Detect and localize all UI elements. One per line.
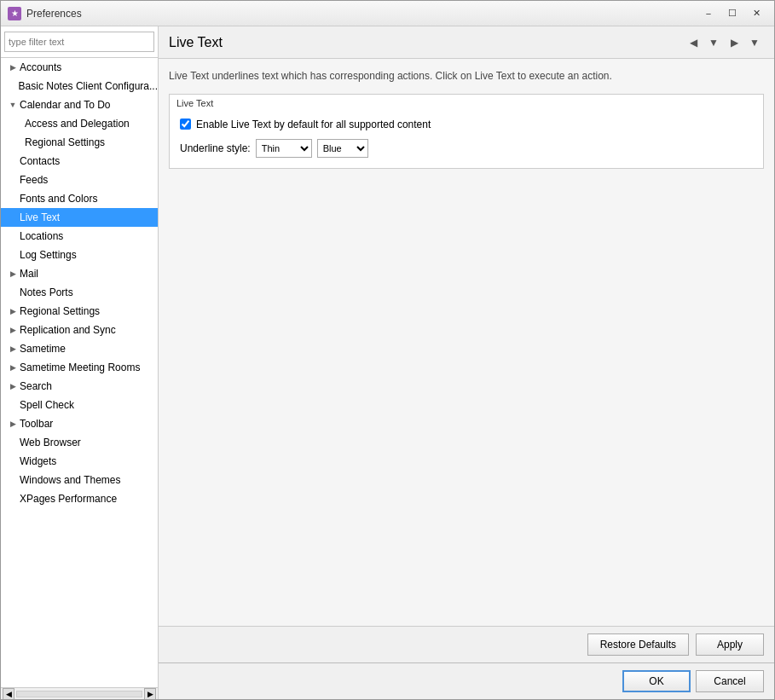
sidebar-item-web-label: Web Browser: [20, 437, 81, 448]
underline-style-row: Underline style: Thin Medium Thick Blue …: [180, 139, 753, 158]
forward-dropdown-btn[interactable]: ▼: [745, 33, 764, 52]
enable-checkbox-row: Enable Live Text by default for all supp…: [180, 119, 753, 130]
sidebar-item-toolbar[interactable]: ▶ Toolbar: [1, 414, 158, 433]
expand-icon-windows: [8, 475, 18, 485]
sidebar-item-live-text-label: Live Text: [20, 211, 60, 223]
preferences-window: ★ Preferences − ☐ ✕ ▶ Accounts: [0, 0, 775, 700]
sidebar: ▶ Accounts Basic Notes Client Configura.…: [1, 26, 159, 699]
expand-icon-web: [8, 437, 18, 448]
sidebar-item-access-delegation-label: Access and Delegation: [25, 118, 130, 130]
sidebar-item-feeds[interactable]: Feeds: [1, 171, 158, 189]
sidebar-item-xpages-label: XPages Performance: [20, 493, 117, 505]
sidebar-item-sametime[interactable]: ▶ Sametime: [1, 339, 158, 358]
main-content: ▶ Accounts Basic Notes Client Configura.…: [1, 26, 774, 699]
sidebar-item-sametime-meeting[interactable]: ▶ Sametime Meeting Rooms: [1, 358, 158, 377]
group-content: Enable Live Text by default for all supp…: [170, 112, 763, 168]
color-dropdown[interactable]: Blue Red Green Black: [317, 139, 368, 158]
sidebar-item-locations[interactable]: Locations: [1, 227, 158, 246]
sidebar-item-accounts-label: Accounts: [20, 61, 61, 73]
ok-button[interactable]: OK: [622, 670, 691, 692]
expand-icon-sametime-meeting: ▶: [8, 362, 18, 373]
sidebar-item-widgets[interactable]: Widgets: [1, 452, 158, 471]
expand-icon-mail: ▶: [8, 269, 18, 279]
expand-icon-fonts: [8, 194, 18, 204]
sidebar-item-sametime-meeting-label: Sametime Meeting Rooms: [20, 362, 140, 373]
expand-icon-widgets: [8, 456, 18, 466]
sidebar-item-windows-themes[interactable]: Windows and Themes: [1, 471, 158, 489]
dropdown-arrow-btn[interactable]: ▼: [704, 33, 723, 52]
group-legend: Live Text: [170, 95, 763, 112]
panel-header: Live Text ◀ ▼ ▶ ▼: [159, 26, 774, 59]
sidebar-item-spell-label: Spell Check: [20, 399, 74, 411]
sidebar-item-notes-ports[interactable]: Notes Ports: [1, 283, 158, 302]
sidebar-item-widgets-label: Widgets: [20, 455, 56, 467]
sidebar-item-calendar-label: Calendar and To Do: [20, 99, 111, 111]
scroll-right-btn[interactable]: ▶: [144, 688, 156, 700]
sidebar-item-windows-label: Windows and Themes: [20, 474, 121, 486]
sidebar-item-xpages[interactable]: XPages Performance: [1, 489, 158, 508]
tree-container: ▶ Accounts Basic Notes Client Configura.…: [1, 58, 158, 687]
close-button[interactable]: ✕: [745, 5, 767, 22]
expand-icon-contacts: [8, 156, 18, 166]
sidebar-item-notes-label: Notes Ports: [20, 286, 73, 298]
sidebar-item-fonts-label: Fonts and Colors: [20, 193, 97, 205]
bottom-action-bar: Restore Defaults Apply: [159, 626, 774, 662]
expand-icon-xpages: [8, 494, 18, 504]
live-text-group: Live Text Enable Live Text by default fo…: [169, 94, 764, 169]
expand-icon-live-text: [8, 212, 18, 223]
expand-icon-log: [8, 250, 18, 260]
sidebar-scrollbar: ◀ ▶: [1, 687, 158, 699]
expand-icon-feeds: [8, 175, 18, 185]
sidebar-item-search[interactable]: ▶ Search: [1, 377, 158, 396]
scroll-track[interactable]: [16, 691, 142, 697]
sidebar-item-accounts[interactable]: ▶ Accounts: [1, 58, 158, 77]
expand-icon-regional: ▶: [8, 306, 18, 316]
sidebar-item-contacts[interactable]: Contacts: [1, 152, 158, 171]
sidebar-item-basic-notes[interactable]: Basic Notes Client Configura...: [1, 77, 158, 95]
sidebar-item-replication[interactable]: ▶ Replication and Sync: [1, 321, 158, 339]
sidebar-item-basic-notes-label: Basic Notes Client Configura...: [19, 80, 158, 92]
sidebar-item-contacts-label: Contacts: [20, 155, 60, 167]
bottom-buttons-row: OK Cancel: [159, 662, 774, 699]
sidebar-item-live-text[interactable]: Live Text: [1, 208, 158, 227]
expand-icon-basic-notes: [8, 81, 17, 91]
sidebar-item-log[interactable]: Log Settings: [1, 246, 158, 264]
sidebar-item-replication-label: Replication and Sync: [20, 324, 116, 336]
description-text: Live Text underlines text which has corr…: [169, 69, 764, 84]
apply-button[interactable]: Apply: [696, 633, 764, 656]
back-button[interactable]: ◀: [684, 33, 703, 52]
forward-icon: ▶: [731, 37, 738, 49]
sidebar-item-access-delegation[interactable]: Access and Delegation: [1, 114, 158, 133]
sidebar-item-spell-check[interactable]: Spell Check: [1, 396, 158, 414]
search-box: [1, 26, 158, 58]
sidebar-item-regional-child[interactable]: Regional Settings: [1, 133, 158, 152]
enable-checkbox[interactable]: [180, 119, 191, 130]
sidebar-item-web-browser[interactable]: Web Browser: [1, 433, 158, 452]
scroll-left-btn[interactable]: ◀: [3, 688, 14, 700]
minimize-button[interactable]: −: [697, 5, 720, 22]
panel-body: Live Text underlines text which has corr…: [159, 59, 774, 626]
sidebar-item-toolbar-label: Toolbar: [20, 418, 53, 430]
expand-icon-locations: [8, 231, 18, 241]
cancel-button[interactable]: Cancel: [696, 670, 764, 692]
search-input[interactable]: [4, 32, 154, 52]
forward-button[interactable]: ▶: [725, 33, 743, 52]
panel-title: Live Text: [169, 35, 223, 50]
enable-label: Enable Live Text by default for all supp…: [196, 119, 431, 130]
sidebar-item-mail[interactable]: ▶ Mail: [1, 264, 158, 283]
sidebar-item-locations-label: Locations: [20, 230, 63, 242]
restore-defaults-button[interactable]: Restore Defaults: [587, 633, 689, 656]
style-dropdown[interactable]: Thin Medium Thick: [256, 139, 312, 158]
sidebar-item-regional[interactable]: ▶ Regional Settings: [1, 302, 158, 321]
sidebar-item-calendar[interactable]: ▼ Calendar and To Do: [1, 95, 158, 114]
expand-icon-accounts: ▶: [8, 62, 18, 72]
window-controls: − ☐ ✕: [697, 5, 767, 22]
app-icon: ★: [8, 7, 21, 20]
expand-icon-replication: ▶: [8, 325, 18, 335]
dropdown-arrow-icon: ▼: [708, 37, 719, 49]
sidebar-item-fonts-colors[interactable]: Fonts and Colors: [1, 189, 158, 208]
sidebar-item-regional-label: Regional Settings: [20, 305, 100, 317]
sidebar-item-mail-label: Mail: [20, 268, 38, 280]
expand-icon-toolbar: ▶: [8, 419, 18, 429]
maximize-button[interactable]: ☐: [721, 5, 743, 22]
